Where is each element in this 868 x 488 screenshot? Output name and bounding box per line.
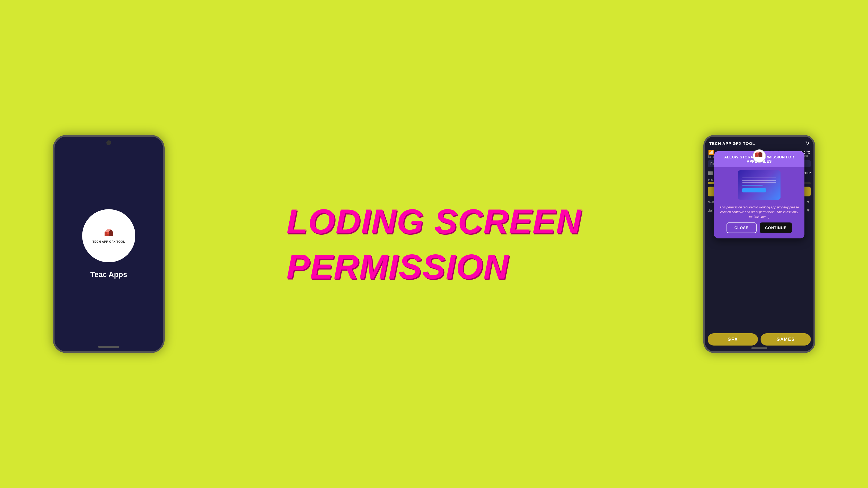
dialog-image-lines xyxy=(742,177,776,192)
left-phone: TECH APP GFX TOOL Teac Apps xyxy=(53,135,165,353)
phone-header: TECH APP GFX TOOL ↻ xyxy=(705,137,813,148)
dialog-buttons: CLOSE CONTINUE xyxy=(714,221,804,233)
continue-button[interactable]: CONTINUE xyxy=(760,223,792,233)
bottom-nav: GFX GAMES xyxy=(708,333,811,346)
img-line-3 xyxy=(742,182,776,183)
permission-text: PERMISSION xyxy=(286,249,509,284)
cube-logo-icon xyxy=(103,228,114,239)
loading-screen-text: LODING SCREEN xyxy=(286,204,581,239)
dialog-overlay: ALLOW STORAGE PERMISSION FOR APPLY FILES… xyxy=(703,151,815,238)
permission-dialog: ALLOW STORAGE PERMISSION FOR APPLY FILES… xyxy=(714,151,804,238)
img-line-2 xyxy=(742,180,776,181)
gfx-button[interactable]: GFX xyxy=(708,333,758,346)
app-title: TECH APP GFX TOOL xyxy=(709,141,755,145)
avatar-icon xyxy=(754,151,764,161)
center-content: LODING SCREEN PERMISSION xyxy=(286,204,581,284)
dialog-description: This permission required to working app … xyxy=(714,203,804,221)
close-dialog-button[interactable]: CLOSE xyxy=(726,223,756,233)
games-button[interactable]: GAMES xyxy=(761,333,811,346)
home-bar-right xyxy=(751,348,767,349)
avatar xyxy=(752,150,766,163)
img-btn-sim xyxy=(742,188,766,192)
app-logo-circle: TECH APP GFX TOOL xyxy=(82,209,135,262)
phone-notch xyxy=(106,140,111,145)
refresh-icon[interactable]: ↻ xyxy=(805,140,809,146)
app-name: Teac Apps xyxy=(90,270,127,279)
img-line-1 xyxy=(742,177,776,178)
img-line-blue xyxy=(742,185,763,186)
logo-text: TECH APP GFX TOOL xyxy=(93,240,125,243)
dialog-image-inner xyxy=(738,170,780,200)
home-bar-left xyxy=(98,346,119,348)
right-phone: TECH APP GFX TOOL ↻ 📶 Not connected VPN … xyxy=(703,135,815,353)
dialog-image xyxy=(738,170,780,200)
